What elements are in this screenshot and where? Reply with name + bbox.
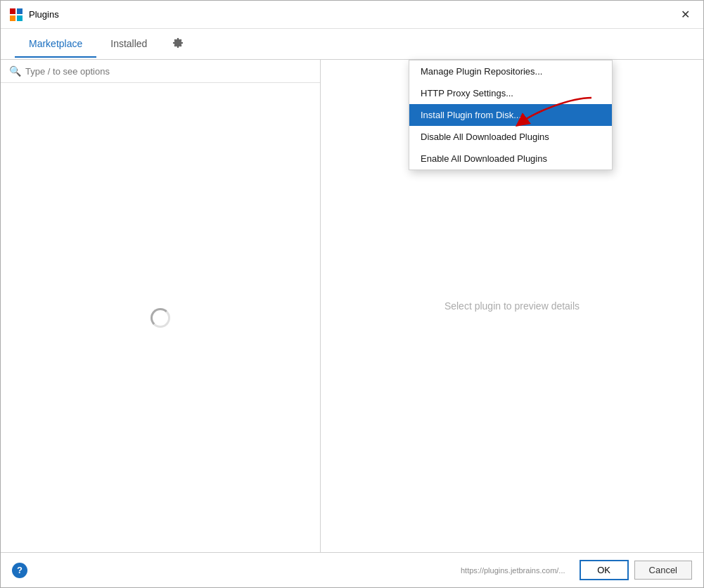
svg-rect-3 [17, 15, 23, 21]
gear-icon [172, 37, 184, 49]
window-title: Plugins [29, 9, 59, 20]
dropdown-item-install-disk[interactable]: Install Plugin from Disk... [409, 104, 612, 126]
svg-rect-1 [17, 8, 23, 14]
spinner-icon [151, 308, 170, 328]
footer-right: https://plugins.jetbrains.com/... OK Can… [461, 560, 692, 580]
tab-bar: Marketplace Installed Manage Plugin Repo… [1, 29, 703, 60]
dropdown-menu: Manage Plugin Repositories... HTTP Proxy… [409, 60, 613, 170]
dropdown-item-disable-all[interactable]: Disable All Downloaded Plugins [409, 126, 612, 148]
dropdown-item-http-proxy[interactable]: HTTP Proxy Settings... [409, 82, 612, 104]
left-panel: 🔍 [1, 60, 321, 552]
title-left: Plugins [9, 8, 59, 22]
app-icon [9, 8, 23, 22]
dropdown-item-enable-all[interactable]: Enable All Downloaded Plugins [409, 148, 612, 170]
footer: ? https://plugins.jetbrains.com/... OK C… [1, 552, 703, 587]
cancel-button[interactable]: Cancel [634, 561, 692, 580]
search-bar: 🔍 [1, 60, 320, 83]
search-input[interactable] [25, 66, 312, 77]
footer-left: ? [12, 563, 27, 578]
tab-installed[interactable]: Installed [96, 31, 161, 58]
plugin-list [1, 83, 320, 552]
tab-marketplace[interactable]: Marketplace [15, 31, 96, 58]
ok-button[interactable]: OK [580, 560, 629, 580]
close-button[interactable]: ✕ [675, 5, 695, 25]
footer-url: https://plugins.jetbrains.com/... [461, 566, 565, 575]
dropdown-item-manage-repos[interactable]: Manage Plugin Repositories... [409, 60, 612, 82]
title-bar: Plugins ✕ [1, 1, 703, 29]
empty-state-text: Select plugin to preview details [444, 300, 580, 312]
plugins-window: Plugins ✕ Marketplace Installed Manage P… [0, 0, 704, 588]
loading-spinner [151, 308, 170, 328]
svg-rect-2 [10, 15, 15, 21]
search-icon: 🔍 [9, 65, 21, 77]
svg-rect-0 [10, 8, 15, 14]
gear-button[interactable] [168, 34, 188, 54]
help-button[interactable]: ? [12, 563, 27, 578]
